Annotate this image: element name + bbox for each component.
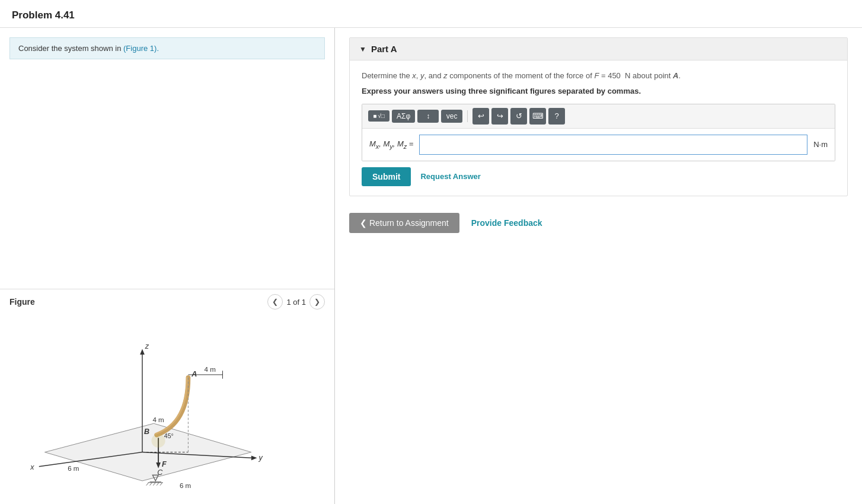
page-container: Problem 4.41 Consider the system shown i… [0, 0, 862, 504]
svg-text:A: A [191, 370, 197, 378]
toolbar-separator [467, 110, 468, 122]
figure-link[interactable]: (Figure 1). [123, 44, 159, 53]
right-panel: ▼ Part A Determine the x, y, and z compo… [335, 28, 862, 504]
problem-title: Problem 4.41 [12, 9, 75, 21]
answer-input[interactable] [419, 135, 807, 155]
svg-text:6 m: 6 m [180, 481, 191, 489]
svg-line-28 [150, 483, 152, 486]
figure-label: Figure [9, 297, 267, 307]
next-figure-button[interactable]: ❯ [309, 294, 325, 310]
math-label: Mx, My, Mz = [369, 139, 413, 150]
left-panel: Consider the system shown in (Figure 1).… [0, 28, 335, 504]
provide-feedback-link[interactable]: Provide Feedback [471, 218, 542, 228]
problem-header: Problem 4.41 [0, 0, 862, 28]
greek-symbols-btn[interactable]: ΑΣφ [392, 110, 415, 123]
vec-btn[interactable]: vec [441, 110, 462, 123]
express-note: Express your answers using three signifi… [362, 87, 835, 95]
svg-text:z: z [145, 342, 149, 350]
resize-btn[interactable]: ↕ [417, 110, 439, 123]
redo-btn[interactable]: ↪ [491, 108, 508, 125]
figure-section: Figure ❮ 1 of 1 ❯ x [0, 279, 334, 504]
math-toolbar: ■√□ ΑΣφ ↕ vec ↩ ↪ ↺ ⌨ ? [362, 104, 835, 129]
request-answer-link[interactable]: Request Answer [420, 172, 480, 181]
bottom-buttons: ❮ Return to Assignment Provide Feedback [349, 213, 848, 233]
svg-text:F: F [162, 460, 167, 468]
keyboard-btn[interactable]: ⌨ [529, 108, 546, 125]
submit-button[interactable]: Submit [362, 167, 411, 186]
svg-text:C: C [157, 468, 163, 477]
part-a-arrow: ▼ [359, 45, 366, 53]
part-a-section: ▼ Part A Determine the x, y, and z compo… [349, 37, 848, 196]
figure-nav: ❮ 1 of 1 ❯ [267, 294, 325, 310]
consider-box: Consider the system shown in (Figure 1). [9, 37, 325, 59]
submit-row: Submit Request Answer [362, 167, 835, 186]
figure-image-area: x y z [0, 314, 334, 504]
part-a-header: ▼ Part A [350, 38, 847, 60]
svg-text:4 m: 4 m [205, 365, 216, 373]
consider-text: Consider the system shown in [18, 44, 123, 53]
refresh-btn[interactable]: ↺ [510, 108, 527, 125]
svg-line-30 [157, 483, 159, 486]
svg-point-32 [151, 434, 165, 448]
figure-header: Figure ❮ 1 of 1 ❯ [0, 289, 334, 314]
svg-marker-4 [251, 455, 257, 460]
svg-text:45°: 45° [164, 432, 174, 439]
undo-btn[interactable]: ↩ [472, 108, 489, 125]
svg-text:x: x [30, 463, 34, 471]
svg-line-31 [160, 483, 162, 486]
figure-svg: x y z [6, 320, 279, 498]
math-input-area: ■√□ ΑΣφ ↕ vec ↩ ↪ ↺ ⌨ ? [362, 104, 835, 161]
svg-text:B: B [144, 428, 149, 436]
part-a-body: Determine the x, y, and z components of … [350, 60, 847, 196]
math-input-row: Mx, My, Mz = N·m [362, 129, 835, 161]
return-to-assignment-button[interactable]: ❮ Return to Assignment [349, 213, 459, 233]
math-unit: N·m [813, 140, 828, 149]
problem-description: Determine the x, y, and z components of … [362, 70, 835, 82]
help-btn[interactable]: ? [548, 108, 565, 125]
svg-text:y: y [258, 454, 263, 462]
svg-marker-7 [140, 349, 145, 355]
prev-figure-button[interactable]: ❮ [267, 294, 283, 310]
svg-text:6 m: 6 m [68, 464, 79, 472]
part-a-title: Part A [371, 44, 397, 54]
svg-text:4 m: 4 m [152, 416, 164, 423]
math-template-btn[interactable]: ■√□ [368, 110, 390, 122]
svg-line-27 [146, 483, 149, 486]
main-layout: Consider the system shown in (Figure 1).… [0, 28, 862, 504]
svg-line-29 [153, 483, 155, 486]
figure-page-count: 1 of 1 [286, 298, 306, 307]
